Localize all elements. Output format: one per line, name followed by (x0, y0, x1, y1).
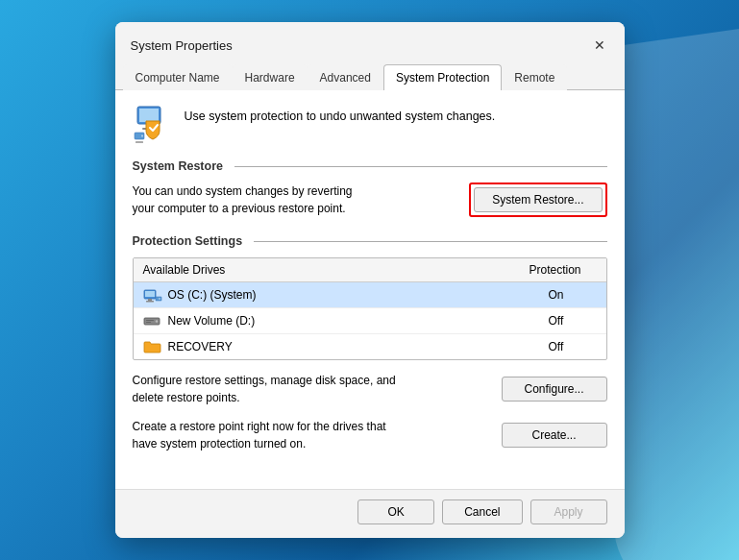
tab-system-protection[interactable]: System Protection (383, 64, 502, 90)
system-restore-description: You can undo system changes by reverting… (133, 183, 353, 217)
dialog-footer: OK Cancel Apply (115, 489, 625, 538)
drive-label-d: New Volume (D:) (168, 314, 256, 328)
drive-label-c: OS (C:) (System) (168, 288, 257, 302)
system-restore-row: You can undo system changes by reverting… (133, 183, 607, 217)
close-button[interactable]: ✕ (586, 32, 613, 59)
svg-rect-1 (139, 109, 159, 122)
svg-rect-11 (156, 297, 161, 301)
configure-button[interactable]: Configure... (502, 377, 607, 402)
drive-name-recovery: RECOVERY (143, 339, 549, 354)
drives-table: Available Drives Protection (133, 257, 607, 360)
ok-button[interactable]: OK (357, 499, 434, 524)
protection-settings-section-label: Protection Settings (133, 234, 607, 248)
svg-rect-10 (146, 301, 154, 303)
tab-content: Use system protection to undo unwanted s… (115, 90, 625, 489)
configure-row: Configure restore settings, manage disk … (133, 372, 607, 406)
tab-hardware[interactable]: Hardware (233, 64, 308, 90)
create-description: Create a restore point right now for the… (133, 418, 386, 452)
drive-name-c: OS (C:) (System) (143, 287, 549, 303)
configure-description: Configure restore settings, manage disk … (133, 372, 396, 406)
hdd-icon (143, 313, 162, 329)
svg-point-14 (155, 320, 157, 322)
protection-val-c: On (549, 288, 597, 302)
svg-rect-9 (148, 299, 152, 301)
create-row: Create a restore point right now for the… (133, 418, 607, 452)
title-bar: System Properties ✕ (115, 22, 625, 59)
drive-name-d: New Volume (D:) (143, 313, 549, 329)
protection-val-recovery: Off (549, 340, 597, 353)
col-available-drives: Available Drives (143, 263, 530, 277)
drives-table-header: Available Drives Protection (134, 258, 606, 282)
table-row[interactable]: RECOVERY Off (134, 334, 606, 359)
svg-rect-15 (146, 320, 154, 321)
system-restore-button[interactable]: System Restore... (474, 187, 602, 212)
folder-icon (143, 339, 162, 354)
svg-point-5 (141, 135, 143, 137)
svg-rect-8 (145, 291, 155, 297)
protection-val-d: Off (549, 314, 597, 328)
tab-bar: Computer Name Hardware Advanced System P… (115, 64, 625, 90)
hdd-system-icon (143, 287, 162, 303)
svg-point-12 (159, 298, 160, 300)
tab-computer-name[interactable]: Computer Name (123, 64, 233, 90)
system-restore-button-highlight: System Restore... (469, 183, 606, 217)
system-properties-dialog: System Properties ✕ Computer Name Hardwa… (115, 22, 625, 538)
header-description: Use system protection to undo unwanted s… (185, 108, 496, 126)
protection-settings-section: Protection Settings Available Drives Pro… (133, 234, 607, 464)
tab-advanced[interactable]: Advanced (308, 64, 383, 90)
cancel-button[interactable]: Cancel (442, 499, 522, 524)
create-button[interactable]: Create... (502, 423, 607, 448)
header-row: Use system protection to undo unwanted s… (133, 104, 607, 144)
drive-label-recovery: RECOVERY (168, 340, 233, 353)
system-protection-icon (133, 104, 173, 144)
col-protection: Protection (530, 263, 597, 277)
svg-rect-6 (135, 141, 143, 143)
system-restore-section-label: System Restore (133, 159, 607, 173)
svg-rect-16 (146, 322, 151, 323)
table-row[interactable]: OS (C:) (System) On (134, 282, 606, 308)
tab-remote[interactable]: Remote (502, 64, 567, 90)
table-row[interactable]: New Volume (D:) Off (134, 308, 606, 334)
apply-button[interactable]: Apply (530, 499, 607, 524)
dialog-title: System Properties (131, 38, 233, 53)
